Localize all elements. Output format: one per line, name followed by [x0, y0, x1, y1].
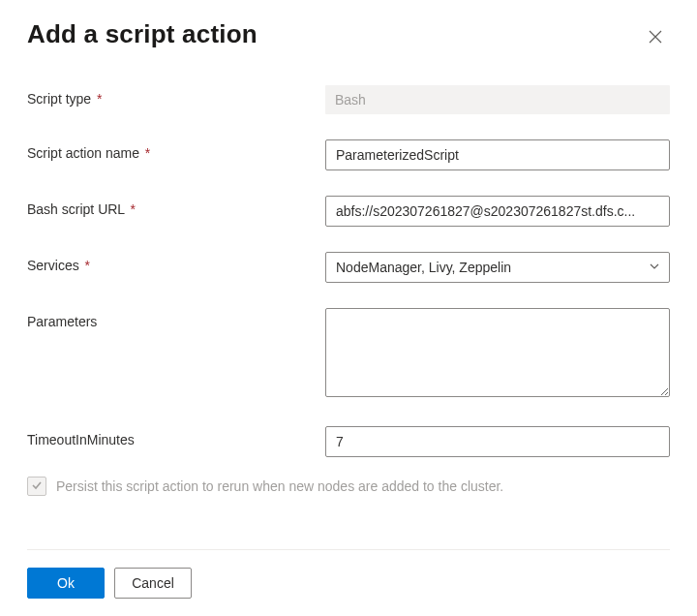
script-type-label: Script type * [27, 85, 325, 107]
script-type-readonly: Bash [325, 85, 670, 114]
timeout-field [325, 426, 670, 457]
close-button[interactable] [641, 25, 670, 50]
bash-script-url-field [325, 196, 670, 227]
bash-script-url-label: Bash script URL * [27, 196, 325, 217]
persist-checkbox [27, 477, 46, 496]
required-marker: * [145, 145, 150, 161]
script-type-field: Bash [325, 85, 670, 114]
services-field: NodeManager, Livy, Zeppelin [325, 252, 670, 283]
ok-button[interactable]: Ok [27, 568, 105, 599]
label-text: Script action name [27, 145, 139, 161]
label-text: Script type [27, 91, 91, 107]
required-marker: * [85, 258, 90, 273]
script-action-name-field [325, 139, 670, 170]
form-body: Script type * Bash Script action name * … [27, 85, 670, 549]
row-persist: Persist this script action to rerun when… [27, 477, 670, 496]
timeout-label: TimeoutInMinutes [27, 426, 325, 447]
persist-label: Persist this script action to rerun when… [56, 478, 503, 494]
panel-header: Add a script action [27, 19, 670, 50]
label-text: TimeoutInMinutes [27, 432, 135, 447]
required-marker: * [131, 201, 136, 217]
services-selected-value: NodeManager, Livy, Zeppelin [336, 260, 511, 275]
bash-script-url-input[interactable] [325, 196, 670, 227]
timeout-input[interactable] [325, 426, 670, 457]
services-select-wrap: NodeManager, Livy, Zeppelin [325, 252, 670, 283]
add-script-action-panel: Add a script action Script type * Bash S… [0, 0, 697, 616]
label-text: Bash script URL [27, 201, 125, 217]
panel-title: Add a script action [27, 19, 258, 49]
cancel-button[interactable]: Cancel [114, 568, 192, 599]
row-timeout: TimeoutInMinutes [27, 426, 670, 457]
panel-footer: Ok Cancel [27, 549, 670, 599]
check-icon [31, 477, 43, 495]
script-action-name-label: Script action name * [27, 139, 325, 161]
services-label: Services * [27, 252, 325, 273]
row-services: Services * NodeManager, Livy, Zeppelin [27, 252, 670, 283]
row-script-type: Script type * Bash [27, 85, 670, 114]
required-marker: * [97, 91, 102, 107]
parameters-textarea[interactable] [325, 308, 670, 397]
label-text: Services [27, 258, 79, 273]
services-dropdown[interactable]: NodeManager, Livy, Zeppelin [325, 252, 670, 283]
label-text: Parameters [27, 314, 97, 329]
row-parameters: Parameters [27, 308, 670, 401]
script-action-name-input[interactable] [325, 139, 670, 170]
parameters-label: Parameters [27, 308, 325, 329]
parameters-field [325, 308, 670, 401]
close-icon [649, 28, 662, 47]
row-bash-script-url: Bash script URL * [27, 196, 670, 227]
row-script-action-name: Script action name * [27, 139, 670, 170]
